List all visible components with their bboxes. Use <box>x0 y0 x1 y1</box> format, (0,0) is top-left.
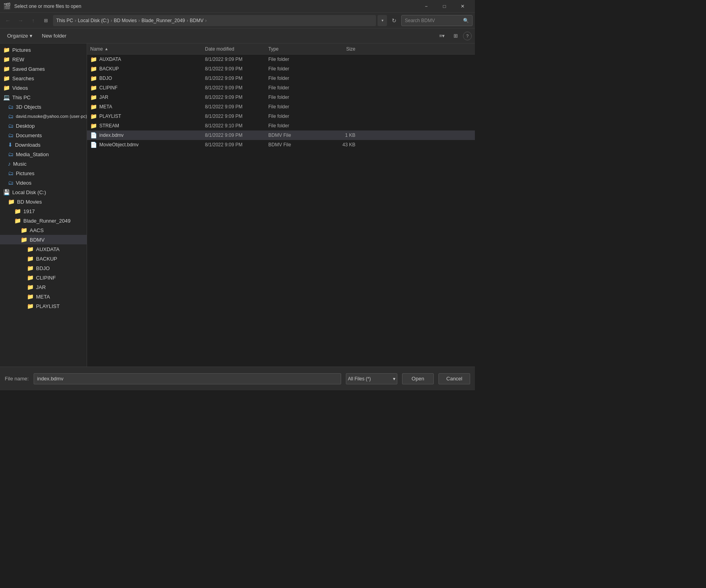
sidebar-item-bd-movies[interactable]: 📁 BD Movies <box>0 197 87 206</box>
sidebar-item-1917[interactable]: 📁 1917 <box>0 206 87 216</box>
sidebar-item-blade-runner[interactable]: 📁 Blade_Runner_2049 <box>0 216 87 225</box>
sidebar-label-aacs: AACS <box>30 227 44 233</box>
tile-view-button[interactable]: ⊞ <box>450 30 461 42</box>
search-box[interactable]: Search BDMV 🔍 <box>401 15 473 26</box>
file-type: File folder <box>268 57 320 62</box>
close-button[interactable]: ✕ <box>454 0 472 13</box>
path-segment-thispc[interactable]: This PC <box>56 18 73 23</box>
details-view-button[interactable]: ≡▾ <box>436 30 448 42</box>
sidebar-item-pictures-pc[interactable]: 🗂 Pictures <box>0 168 87 178</box>
sidebar-item-playlist[interactable]: 📁 PLAYLIST <box>0 301 87 311</box>
sidebar-item-aacs[interactable]: 📁 AACS <box>0 225 87 235</box>
bottom-bar: File name: All Files (*) ▾ Open Cancel <box>0 367 475 390</box>
filename-input[interactable] <box>34 373 341 384</box>
file-size: 1 KB <box>320 132 355 138</box>
sidebar-item-meta[interactable]: 📁 META <box>0 292 87 301</box>
address-path[interactable]: This PC › Local Disk (C:) › BD Movies › … <box>53 15 376 26</box>
sidebar-label-bdmv: BDMV <box>30 237 45 243</box>
folder-icon: 📁 <box>27 293 34 300</box>
up-button[interactable]: ↑ <box>28 15 39 26</box>
pc-icon: 💻 <box>3 94 10 100</box>
table-row[interactable]: 📁 CLIPINF 8/1/2022 9:09 PM File folder <box>87 83 475 93</box>
sidebar-item-jar[interactable]: 📁 JAR <box>0 282 87 292</box>
column-header-size[interactable]: Size <box>320 46 355 52</box>
folder-icon: 📁 <box>90 66 97 72</box>
path-segment-bladerunner[interactable]: Blade_Runner_2049 <box>141 18 185 23</box>
open-button[interactable]: Open <box>402 373 434 384</box>
path-segment-localdisk[interactable]: Local Disk (C:) <box>78 18 109 23</box>
table-row[interactable]: 📁 JAR 8/1/2022 9:09 PM File folder <box>87 93 475 102</box>
folder-icon: 📁 <box>90 123 97 129</box>
pictures-icon: 🗂 <box>8 170 13 176</box>
table-row[interactable]: 📄 index.bdmv 8/1/2022 9:09 PM BDMV File … <box>87 130 475 140</box>
sidebar-item-user-email[interactable]: 🗂 david.musoke@yahoo.com (user-pc) <box>0 112 87 121</box>
file-name: PLAYLIST <box>99 113 121 119</box>
new-folder-button[interactable]: New folder <box>38 30 70 42</box>
file-icon: 📄 <box>90 132 97 138</box>
file-type: BDMV File <box>268 132 320 138</box>
minimize-button[interactable]: − <box>417 0 435 13</box>
table-row[interactable]: 📁 PLAYLIST 8/1/2022 9:09 PM File folder <box>87 112 475 121</box>
sidebar-item-desktop[interactable]: 🗂 Desktop <box>0 121 87 130</box>
sidebar-item-3d-objects[interactable]: 🗂 3D Objects <box>0 102 87 112</box>
table-row[interactable]: 📁 BDJO 8/1/2022 9:09 PM File folder <box>87 74 475 83</box>
sidebar-label-searches: Searches <box>12 76 34 81</box>
file-date: 8/1/2022 9:09 PM <box>205 57 268 62</box>
sidebar-item-auxdata[interactable]: 📁 AUXDATA <box>0 244 87 254</box>
sidebar-item-searches[interactable]: 📁 Searches <box>0 74 87 83</box>
file-name: MovieObject.bdmv <box>99 142 139 147</box>
sidebar-item-downloads[interactable]: ⬇ Downloads <box>0 140 87 149</box>
sidebar-item-clipinf[interactable]: 📁 CLIPINF <box>0 273 87 282</box>
filename-label: File name: <box>5 376 29 382</box>
home-button[interactable]: ⊞ <box>40 15 51 26</box>
refresh-button[interactable]: ↻ <box>389 15 400 26</box>
table-row[interactable]: 📄 MovieObject.bdmv 8/1/2022 9:09 PM BDMV… <box>87 140 475 149</box>
sidebar-item-videos-top[interactable]: 📁 Videos <box>0 83 87 93</box>
file-type: File folder <box>268 76 320 81</box>
column-header-type[interactable]: Type <box>268 46 320 52</box>
table-row[interactable]: 📁 STREAM 8/1/2022 9:10 PM File folder <box>87 121 475 130</box>
column-header-date[interactable]: Date modified <box>205 46 268 52</box>
sidebar-item-backup[interactable]: 📁 BACKUP <box>0 254 87 263</box>
folder-icon: 📁 <box>90 56 97 62</box>
sidebar-item-documents[interactable]: 🗂 Documents <box>0 130 87 140</box>
back-button[interactable]: ← <box>2 15 13 26</box>
sidebar-item-bdmv[interactable]: 📁 BDMV <box>0 235 87 244</box>
sidebar-item-saved-games[interactable]: 📁 Saved Games <box>0 64 87 74</box>
file-date: 8/1/2022 9:09 PM <box>205 132 268 138</box>
path-dropdown-button[interactable]: ▾ <box>378 15 387 26</box>
sidebar-item-music[interactable]: ♪ Music <box>0 159 87 168</box>
path-segment-bdmovies[interactable]: BD Movies <box>114 18 137 23</box>
forward-button[interactable]: → <box>15 15 26 26</box>
app-icon: 🎬 <box>3 2 11 10</box>
videos-icon: 🗂 <box>8 180 13 186</box>
table-row[interactable]: 📁 AUXDATA 8/1/2022 9:09 PM File folder <box>87 55 475 64</box>
folder-icon: 📁 <box>3 47 10 53</box>
sidebar-label-user-email: david.musoke@yahoo.com (user-pc) <box>16 114 87 119</box>
file-type: File folder <box>268 66 320 72</box>
sidebar-item-rew[interactable]: 📁 REW <box>0 55 87 64</box>
folder-icon: 📁 <box>21 236 27 243</box>
sidebar-item-bdjo[interactable]: 📁 BDJO <box>0 263 87 273</box>
cancel-button[interactable]: Cancel <box>438 373 470 384</box>
sidebar-item-this-pc[interactable]: 💻 This PC <box>0 93 87 102</box>
folder-icon: 📁 <box>27 284 34 290</box>
sidebar-item-videos-pc[interactable]: 🗂 Videos <box>0 178 87 187</box>
table-row[interactable]: 📁 META 8/1/2022 9:09 PM File folder <box>87 102 475 112</box>
folder-icon: 📁 <box>3 66 10 72</box>
sidebar-item-local-disk[interactable]: 💾 Local Disk (C:) <box>0 187 87 197</box>
file-name-cell: 📁 PLAYLIST <box>90 113 205 119</box>
sidebar-item-media-station[interactable]: 🗂 Media_Station <box>0 149 87 159</box>
help-button[interactable]: ? <box>463 32 472 40</box>
sidebar-item-pictures-top[interactable]: 📁 Pictures <box>0 45 87 55</box>
table-row[interactable]: 📁 BACKUP 8/1/2022 9:09 PM File folder <box>87 64 475 74</box>
sidebar-label-documents: Documents <box>16 132 42 138</box>
maximize-button[interactable]: □ <box>435 0 454 13</box>
desktop-icon: 🗂 <box>8 123 13 129</box>
folder-icon: 📁 <box>27 274 34 281</box>
folder-icon: 📁 <box>90 94 97 100</box>
column-header-name[interactable]: Name ▲ <box>90 46 205 52</box>
filetype-select[interactable]: All Files (*) ▾ <box>346 373 397 384</box>
path-segment-bdmv[interactable]: BDMV <box>190 18 203 23</box>
organize-button[interactable]: Organize ▾ <box>3 30 36 42</box>
